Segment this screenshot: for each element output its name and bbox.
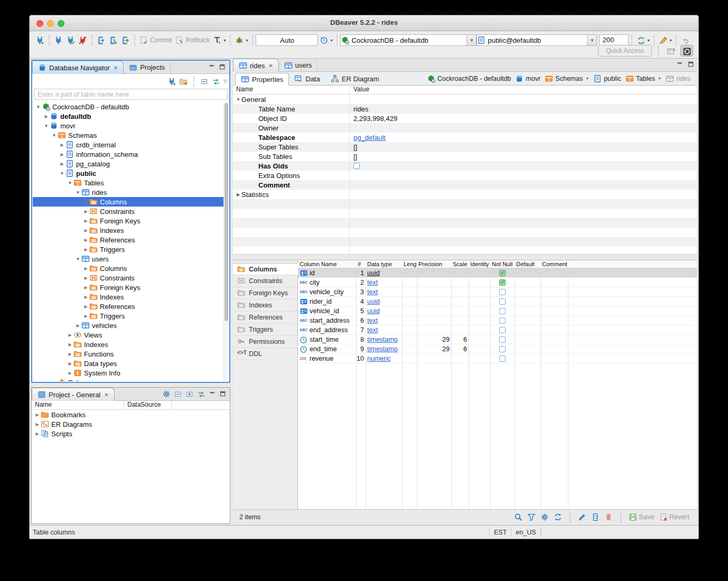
project-collapse-all-icon[interactable]	[174, 390, 182, 398]
project-maximize-icon[interactable]	[219, 391, 227, 397]
new-connection-icon[interactable]	[167, 77, 176, 86]
project-item-bookmarks[interactable]: ▶Bookmarks	[32, 410, 230, 419]
combo-dropdown-icon[interactable]: ▼	[587, 35, 596, 45]
data-type-link[interactable]: numeric	[367, 355, 390, 362]
tree-item-schemas[interactable]: ▼Schemas	[33, 130, 223, 140]
property-row-statistics[interactable]: ▶Statistics	[233, 190, 697, 199]
property-row-owner[interactable]: Owner	[233, 123, 697, 133]
property-row-object-id[interactable]: Object ID2,293,998,429	[233, 114, 697, 123]
tree-item-information-schema[interactable]: ▶information_schema	[33, 149, 223, 159]
expand-arrow-icon[interactable]: ▶	[82, 209, 89, 214]
expand-arrow-icon[interactable]: ▶	[82, 276, 89, 280]
close-navigator-tab-icon[interactable]: ✕	[114, 65, 118, 71]
data-type-link[interactable]: text	[367, 288, 378, 296]
search-icon[interactable]	[514, 513, 522, 521]
editor-maximize-icon[interactable]	[687, 61, 695, 68]
refresh-icon[interactable]	[554, 513, 562, 521]
column-header-identity[interactable]: Identity	[469, 260, 490, 268]
tree-item-columns[interactable]: ▶Columns	[33, 264, 223, 273]
column-row-revenue[interactable]: 123revenue10numeric	[298, 354, 697, 363]
tree-item-indexes[interactable]: ▶Indexes	[33, 226, 223, 235]
tree-item-defaultdb[interactable]: ▶defaultdb	[33, 111, 223, 121]
close-project-tab-icon[interactable]: ✕	[104, 392, 108, 398]
data-type-link[interactable]: timestamp	[367, 345, 398, 353]
expand-arrow-icon[interactable]: ▶	[235, 192, 241, 197]
property-value[interactable]: pg_default	[349, 133, 386, 142]
expand-arrow-icon[interactable]: ▶	[67, 352, 73, 357]
combo-dropdown-icon[interactable]: ▼	[466, 35, 476, 45]
editor-tab-rides[interactable]: rides✕	[233, 59, 279, 72]
expand-arrow-icon[interactable]: ▶	[82, 219, 89, 223]
delete-icon[interactable]	[604, 513, 613, 521]
not-null-checkbox[interactable]	[499, 336, 506, 343]
tree-item-views[interactable]: ▶Views	[33, 330, 223, 340]
column-row-start-address[interactable]: ABCstart_address6text	[298, 316, 697, 325]
save-button[interactable]: Save	[629, 513, 655, 521]
data-type-link[interactable]: text	[367, 326, 378, 334]
collapse-arrow-icon[interactable]: ▼	[51, 380, 58, 382]
property-row-extra-options[interactable]: Extra Options	[233, 171, 697, 180]
column-row-id[interactable]: id1uuid	[298, 268, 697, 278]
tree-item-constraints[interactable]: ▶Constraints	[33, 207, 223, 216]
detail-tab-permissions[interactable]: Permissions	[233, 336, 297, 348]
detail-tab-triggers[interactable]: Triggers	[233, 324, 297, 336]
project-minimize-icon[interactable]	[209, 391, 216, 397]
cockroachdb-defaultdb-combo[interactable]: CockroachDB - defaultdb▼	[340, 34, 477, 46]
collapse-arrow-icon[interactable]: ▼	[51, 133, 58, 138]
edit-icon[interactable]	[578, 513, 586, 521]
public-defaultdb-combo[interactable]: public@defaultdb▼	[477, 34, 597, 46]
editor-minimize-icon[interactable]	[676, 61, 684, 68]
column-row-end-time[interactable]: end_time9timestamp296	[298, 344, 697, 354]
detail-tab-references[interactable]: References	[233, 312, 297, 324]
not-null-checkbox[interactable]	[499, 355, 506, 362]
tree-item-rides[interactable]: ▼rides	[33, 188, 223, 197]
not-null-checkbox[interactable]	[499, 346, 506, 352]
data-type-link[interactable]: uuid	[367, 307, 380, 315]
expand-arrow-icon[interactable]: ▶	[74, 323, 81, 328]
revert-button[interactable]: Revert	[659, 513, 689, 521]
tree-item-system-info[interactable]: ▶System Info	[33, 368, 223, 378]
magic-pen-button[interactable]: ▾	[657, 35, 673, 46]
tree-item-public[interactable]: ▼public	[33, 168, 223, 178]
not-null-checkbox[interactable]	[499, 270, 506, 276]
filter-icon[interactable]	[527, 513, 536, 521]
expand-arrow-icon[interactable]: ▶	[82, 228, 89, 233]
column-header-default[interactable]: Default	[515, 260, 540, 268]
debug-button[interactable]: ▾	[234, 35, 249, 46]
tree-item-references[interactable]: ▶References	[33, 235, 223, 245]
detail-tab-constraints[interactable]: Constraints	[233, 275, 297, 287]
tab-database-navigator[interactable]: Database Navigator ✕	[32, 61, 124, 74]
tree-item-indexes[interactable]: ▶Indexes	[33, 292, 223, 302]
properties-col-value[interactable]: Value	[349, 86, 369, 94]
subtab-properties[interactable]: Properties	[235, 73, 289, 86]
property-row-table-name[interactable]: Table Namerides	[233, 104, 697, 114]
breadcrumb-tables[interactable]: Tables▼	[624, 74, 662, 83]
expand-arrow-icon[interactable]: ▶	[67, 361, 73, 366]
maximize-view-icon[interactable]	[219, 64, 226, 70]
breadcrumb-dropdown-icon[interactable]: ▼	[658, 77, 661, 80]
new-sql-editor-button[interactable]	[107, 35, 119, 46]
expand-arrow-icon[interactable]: ▶	[59, 162, 66, 166]
tree-item-foreign-keys[interactable]: ▶Foreign Keys	[33, 283, 223, 292]
close-tab-icon[interactable]: ✕	[268, 63, 273, 69]
editor-tab-users[interactable]: users	[279, 59, 318, 72]
dbeaver-perspective-icon[interactable]	[680, 45, 693, 57]
column-row-rider-id[interactable]: rider_id4uuid	[298, 297, 697, 306]
expand-arrow-icon[interactable]: ▶	[82, 200, 89, 204]
expand-arrow-icon[interactable]: ▶	[34, 432, 41, 436]
auto-combo[interactable]: Auto	[256, 34, 318, 46]
tab-project-general[interactable]: Project - General ✕	[32, 388, 115, 401]
property-row-tablespace[interactable]: Tablespacepg_default	[233, 133, 697, 142]
tree-item-foreign-keys[interactable]: ▶Foreign Keys	[33, 216, 223, 226]
new-connection-button[interactable]	[34, 35, 46, 46]
tree-item-roles[interactable]: ▼Roles	[33, 378, 223, 381]
expand-arrow-icon[interactable]: ▶	[34, 413, 41, 417]
expand-arrow-icon[interactable]: ▶	[82, 247, 89, 252]
connect-button[interactable]	[52, 35, 64, 46]
collapse-arrow-icon[interactable]: ▼	[67, 181, 73, 185]
column-row-start-time[interactable]: start_time8timestamp296	[298, 335, 697, 344]
project-col-name[interactable]: Name	[32, 401, 124, 409]
column-header-[interactable]: #	[356, 260, 366, 268]
new-folder-icon[interactable]	[179, 77, 188, 86]
undo-button[interactable]	[679, 35, 692, 46]
